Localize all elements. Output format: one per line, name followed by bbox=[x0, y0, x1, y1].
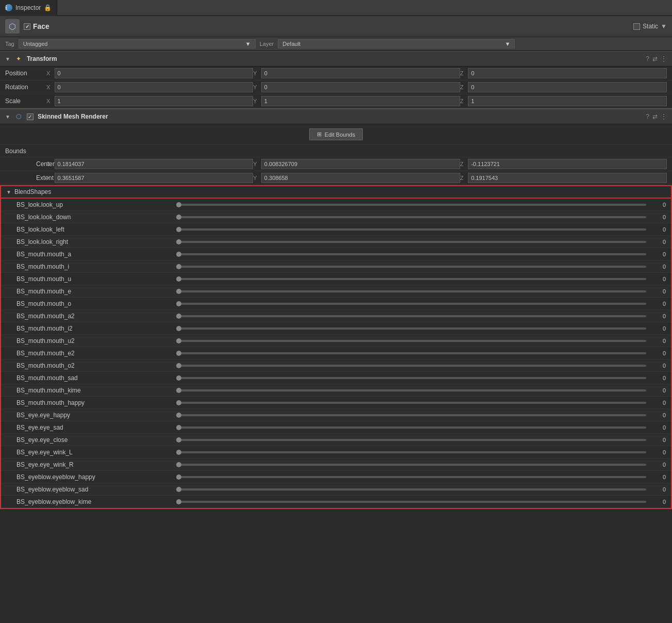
blendshape-slider[interactable] bbox=[176, 340, 646, 342]
blendshape-slider[interactable] bbox=[176, 278, 646, 280]
blendshape-slider[interactable] bbox=[176, 290, 646, 292]
extent-z-field: Z bbox=[460, 173, 667, 183]
blendshape-slider[interactable] bbox=[176, 365, 646, 367]
position-y-input[interactable] bbox=[261, 68, 460, 78]
blendshape-slider[interactable] bbox=[176, 402, 646, 404]
inspector-tab[interactable]: ℹ Inspector 🔒 bbox=[0, 0, 57, 16]
smr-settings-icon[interactable]: ⇄ bbox=[652, 113, 658, 120]
blendshape-slider[interactable] bbox=[176, 352, 646, 354]
bounds-center-xyz: X Y Z bbox=[46, 159, 667, 169]
bounds-center-row: Center X Y Z bbox=[0, 157, 672, 171]
blendshape-name: BS_mouth.mouth_i bbox=[16, 263, 176, 270]
blendshape-slider-area: 0 bbox=[176, 214, 666, 220]
blendshape-slider-area: 0 bbox=[176, 449, 666, 455]
center-x-input[interactable] bbox=[55, 159, 254, 169]
blendshape-slider[interactable] bbox=[176, 303, 646, 305]
static-checkbox[interactable] bbox=[633, 23, 640, 30]
blendshape-slider-area: 0 bbox=[176, 288, 666, 294]
blendshape-slider[interactable] bbox=[176, 253, 646, 255]
extent-z-input[interactable] bbox=[468, 173, 667, 183]
center-x-field: X bbox=[46, 159, 253, 169]
smr-section-header[interactable]: ▼ ⬡ ✓ Skinned Mesh Renderer ? ⇄ ⋮ bbox=[0, 108, 672, 124]
blendshape-value: 0 bbox=[650, 251, 666, 257]
blendshape-row: BS_mouth.mouth_happy0 bbox=[1, 397, 671, 409]
blendshape-slider[interactable] bbox=[176, 327, 646, 330]
rotation-y-input[interactable] bbox=[261, 82, 460, 92]
scale-label: Scale bbox=[5, 97, 46, 105]
blendshape-slider[interactable] bbox=[176, 476, 646, 478]
rotation-z-input[interactable] bbox=[468, 82, 667, 92]
blendshape-slider-thumb bbox=[176, 202, 181, 207]
tag-label: Tag bbox=[5, 41, 14, 47]
scale-z-input[interactable] bbox=[468, 96, 667, 106]
static-dropdown-icon[interactable]: ▼ bbox=[661, 23, 667, 30]
smr-active-checkbox[interactable]: ✓ bbox=[27, 113, 33, 120]
blendshape-row: BS_eyeblow.eyeblow_happy0 bbox=[1, 471, 671, 483]
blendshape-slider-thumb bbox=[176, 239, 181, 244]
blendshape-slider[interactable] bbox=[176, 488, 646, 490]
smr-help-icon[interactable]: ? bbox=[646, 113, 649, 120]
blendshape-value: 0 bbox=[650, 449, 666, 455]
blendshape-slider[interactable] bbox=[176, 501, 646, 503]
blendshape-slider-thumb bbox=[176, 215, 181, 220]
blendshape-slider-thumb bbox=[176, 400, 181, 405]
scale-y-input[interactable] bbox=[261, 96, 460, 106]
blendshape-slider[interactable] bbox=[176, 389, 646, 391]
extent-y-input[interactable] bbox=[261, 173, 460, 183]
blendshape-value: 0 bbox=[650, 288, 666, 294]
blendshape-slider-thumb bbox=[176, 413, 181, 418]
tab-bar: ℹ Inspector 🔒 bbox=[0, 0, 672, 16]
position-z-input[interactable] bbox=[468, 68, 667, 78]
blendshape-slider-area: 0 bbox=[176, 301, 666, 307]
blendshape-slider[interactable] bbox=[176, 377, 646, 379]
edit-bounds-button[interactable]: ⊞ Edit Bounds bbox=[309, 128, 363, 140]
blendshape-slider-area: 0 bbox=[176, 499, 666, 505]
blendshape-slider[interactable] bbox=[176, 266, 646, 268]
blendshape-slider-area: 0 bbox=[176, 313, 666, 319]
extent-x-input[interactable] bbox=[55, 173, 254, 183]
position-xyz: X Y Z bbox=[46, 68, 667, 78]
center-z-input[interactable] bbox=[468, 159, 667, 169]
blendshape-name: BS_mouth.mouth_a bbox=[16, 251, 176, 258]
blendshape-slider[interactable] bbox=[176, 439, 646, 441]
blendshape-value: 0 bbox=[650, 363, 666, 369]
blendshape-row: BS_mouth.mouth_i0 bbox=[1, 260, 671, 273]
smr-menu-icon[interactable]: ⋮ bbox=[661, 113, 667, 120]
blendshapes-header[interactable]: ▼ BlendShapes bbox=[0, 185, 672, 199]
transform-settings-icon[interactable]: ⇄ bbox=[652, 55, 658, 62]
tag-dropdown[interactable]: Untagged ▼ bbox=[19, 39, 256, 48]
blendshape-slider-thumb bbox=[176, 227, 181, 232]
blendshape-slider-area: 0 bbox=[176, 363, 666, 369]
blendshape-slider[interactable] bbox=[176, 451, 646, 453]
blendshape-slider[interactable] bbox=[176, 216, 646, 218]
blendshape-slider-thumb bbox=[176, 276, 181, 282]
blendshapes-title: BlendShapes bbox=[14, 188, 51, 195]
blendshape-slider[interactable] bbox=[176, 241, 646, 243]
blendshape-slider[interactable] bbox=[176, 464, 646, 466]
blendshape-slider[interactable] bbox=[176, 414, 646, 416]
blendshape-value: 0 bbox=[650, 424, 666, 431]
blendshape-row: BS_eye.eye_close0 bbox=[1, 434, 671, 446]
rotation-x-input[interactable] bbox=[55, 82, 254, 92]
object-active-checkbox[interactable]: ✓ bbox=[24, 23, 30, 30]
transform-section-header[interactable]: ▼ ✦ Transform ? ⇄ ⋮ bbox=[0, 51, 672, 67]
blendshape-slider-area: 0 bbox=[176, 387, 666, 394]
center-y-input[interactable] bbox=[261, 159, 460, 169]
transform-help-icon[interactable]: ? bbox=[646, 55, 649, 62]
blendshape-slider[interactable] bbox=[176, 315, 646, 317]
blendshape-slider[interactable] bbox=[176, 427, 646, 429]
position-x-input[interactable] bbox=[55, 68, 254, 78]
blendshape-name: BS_mouth.mouth_e2 bbox=[16, 350, 176, 357]
blendshape-slider-area: 0 bbox=[176, 202, 666, 208]
blendshape-row: BS_look.look_right0 bbox=[1, 236, 671, 248]
scale-x-input[interactable] bbox=[55, 96, 254, 106]
scale-x-field: X bbox=[46, 96, 253, 106]
blendshape-name: BS_eye.eye_wink_R bbox=[16, 461, 176, 468]
blendshape-row: BS_mouth.mouth_sad0 bbox=[1, 372, 671, 384]
transform-menu-icon[interactable]: ⋮ bbox=[661, 55, 667, 62]
blendshape-slider[interactable] bbox=[176, 228, 646, 231]
layer-dropdown[interactable]: Default ▼ bbox=[278, 39, 515, 48]
position-row: Position X Y Z bbox=[0, 67, 672, 80]
blendshape-slider[interactable] bbox=[176, 204, 646, 206]
blendshape-value: 0 bbox=[650, 226, 666, 233]
